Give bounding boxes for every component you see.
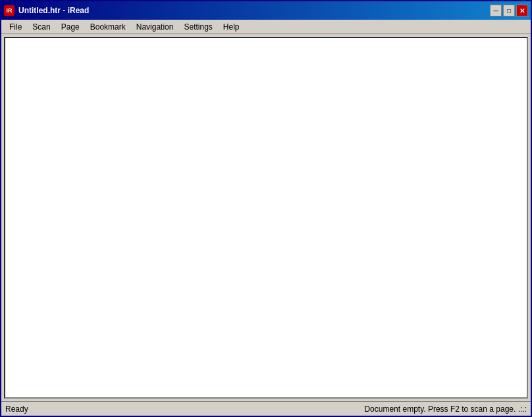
app-icon: iR bbox=[4, 5, 14, 16]
title-buttons: ─ □ ✕ bbox=[490, 5, 528, 16]
minimize-button[interactable]: ─ bbox=[490, 5, 502, 16]
menu-item-navigation[interactable]: Navigation bbox=[131, 21, 179, 33]
menu-item-bookmark[interactable]: Bookmark bbox=[85, 21, 131, 33]
window-title: Untitled.htr - iRead bbox=[18, 6, 89, 15]
main-window: iR Untitled.htr - iRead ─ □ ✕ FileScanPa… bbox=[0, 0, 532, 417]
app-icon-text: iR bbox=[7, 7, 13, 14]
menu-item-scan[interactable]: Scan bbox=[27, 21, 55, 33]
document-content-area bbox=[4, 37, 528, 399]
close-button[interactable]: ✕ bbox=[516, 5, 528, 16]
title-bar-left: iR Untitled.htr - iRead bbox=[4, 5, 89, 16]
menu-item-help[interactable]: Help bbox=[218, 21, 245, 33]
menu-item-file[interactable]: File bbox=[4, 21, 27, 33]
maximize-button[interactable]: □ bbox=[503, 5, 515, 16]
status-ready: Ready bbox=[5, 405, 28, 414]
status-message: Document empty. Press F2 to scan a page.… bbox=[364, 405, 527, 414]
menu-bar: FileScanPageBookmarkNavigationSettingsHe… bbox=[1, 20, 531, 34]
title-bar: iR Untitled.htr - iRead ─ □ ✕ bbox=[1, 1, 531, 20]
menu-item-page[interactable]: Page bbox=[56, 21, 85, 33]
menu-item-settings[interactable]: Settings bbox=[178, 21, 217, 33]
status-bar: Ready Document empty. Press F2 to scan a… bbox=[1, 401, 531, 416]
